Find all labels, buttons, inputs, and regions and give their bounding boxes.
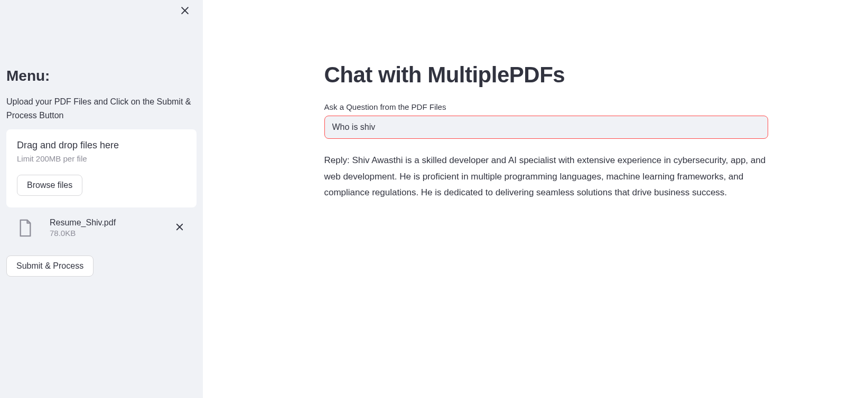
browse-files-button[interactable]: Browse files xyxy=(17,175,82,196)
uploaded-file-row: Resume_Shiv.pdf 78.0KB xyxy=(6,213,197,243)
reply-text: Reply: Shiv Awasthi is a skilled develop… xyxy=(324,153,768,201)
question-input[interactable] xyxy=(324,116,768,139)
app-root: Menu: Upload your PDF Files and Click on… xyxy=(0,0,868,398)
file-size: 78.0KB xyxy=(50,229,155,238)
file-meta: Resume_Shiv.pdf 78.0KB xyxy=(50,218,155,238)
remove-file-button[interactable] xyxy=(172,221,187,235)
sidebar-close-button[interactable] xyxy=(178,4,192,19)
sidebar: Menu: Upload your PDF Files and Click on… xyxy=(0,0,203,398)
sidebar-description: Upload your PDF Files and Click on the S… xyxy=(6,95,191,122)
file-icon xyxy=(18,219,33,238)
question-label: Ask a Question from the PDF Files xyxy=(324,102,768,111)
content: Chat with MultiplePDFs Ask a Question fr… xyxy=(324,0,768,398)
page-title: Chat with MultiplePDFs xyxy=(324,62,768,88)
dropzone-title: Drag and drop files here xyxy=(17,140,186,151)
sidebar-title: Menu: xyxy=(6,68,197,84)
dropzone-limit: Limit 200MB per file xyxy=(17,154,186,163)
file-name: Resume_Shiv.pdf xyxy=(50,218,155,228)
close-icon xyxy=(175,222,184,234)
file-dropzone[interactable]: Drag and drop files here Limit 200MB per… xyxy=(6,129,197,207)
main-area: Chat with MultiplePDFs Ask a Question fr… xyxy=(203,0,868,398)
submit-process-button[interactable]: Submit & Process xyxy=(6,255,94,277)
close-icon xyxy=(180,5,190,18)
